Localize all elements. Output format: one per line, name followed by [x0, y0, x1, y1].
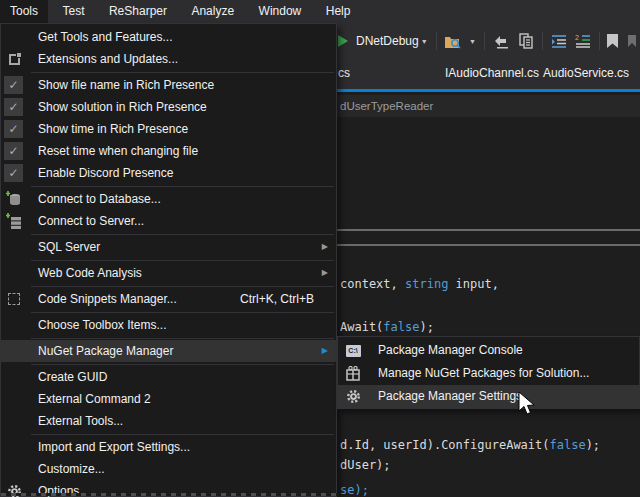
menu-clipped-edge — [1, 493, 338, 496]
menu-item-nuget-package-manager[interactable]: NuGet Package Manager▶ — [1, 340, 336, 362]
submenu-item-label: Package Manager Settings — [378, 389, 522, 403]
indent-icon — [551, 34, 567, 48]
submenu-item-label: Manage NuGet Packages for Solution... — [378, 366, 589, 380]
menu-separator — [31, 434, 334, 435]
menu-item-label: Extensions and Updates... — [38, 52, 178, 66]
menu-separator — [31, 364, 334, 365]
menu-item-label: Code Snippets Manager... — [38, 292, 177, 306]
code-line: Await(false); — [340, 320, 434, 334]
editor-divider-line — [337, 244, 640, 246]
menu-item-label: Choose Toolbox Items... — [38, 318, 167, 332]
main-menu-bar: Tools Test ReSharper Analyze Window Help — [0, 0, 640, 23]
menu-item-external-tools[interactable]: External Tools... — [1, 410, 336, 432]
menu-item-label: Show file name in Rich Presence — [38, 78, 214, 92]
menu-item-show-file-name[interactable]: ✓Show file name in Rich Presence — [1, 74, 336, 96]
menu-item-choose-toolbox-items[interactable]: Choose Toolbox Items... — [1, 314, 336, 336]
submenu-item-package-manager-console[interactable]: C:\ Package Manager Console — [338, 339, 639, 362]
submenu-arrow-icon: ▶ — [322, 236, 328, 258]
menu-item-enable-discord-presence[interactable]: ✓Enable Discord Presence — [1, 162, 336, 184]
toolbar-overflow-chevron-icon[interactable]: ▼ — [469, 38, 476, 45]
code-line: dUser); — [340, 458, 391, 472]
server-icon — [5, 212, 23, 230]
console-icon: C:\ — [344, 342, 362, 359]
breadcrumb[interactable]: dUserTypeReader — [337, 95, 640, 117]
menubar-window[interactable]: Window — [249, 0, 312, 23]
bookmark-next-icon — [626, 34, 640, 48]
start-debug-button[interactable] — [338, 35, 348, 47]
document-lines-button[interactable] — [518, 33, 534, 49]
check-icon: ✓ — [4, 142, 23, 160]
menubar-test[interactable]: Test — [52, 0, 94, 23]
tab-iaudiochannel[interactable]: IAudioChannel.cs — [445, 66, 539, 80]
svg-text:2: 2 — [575, 34, 579, 41]
bookmark-icon — [607, 34, 618, 48]
solution-config-dropdown[interactable]: DNetDebug ▼ — [356, 34, 428, 48]
menu-item-show-time[interactable]: ✓Show time in Rich Presence — [1, 118, 336, 140]
menu-item-label: Get Tools and Features... — [38, 30, 173, 44]
navigate-backward-icon — [492, 34, 510, 49]
indent-alt-button[interactable]: 2 — [575, 34, 591, 48]
check-icon: ✓ — [4, 164, 23, 182]
menu-item-web-code-analysis[interactable]: Web Code Analysis▶ — [1, 262, 336, 284]
search-folder-button[interactable] — [444, 34, 461, 49]
menu-item-create-guid[interactable]: Create GUID — [1, 366, 336, 388]
check-icon: ✓ — [4, 120, 23, 138]
indent-button[interactable] — [551, 34, 567, 48]
tab-audioservice[interactable]: AudioService.cs — [543, 66, 629, 80]
menu-separator — [31, 234, 334, 235]
menu-item-code-snippets-manager[interactable]: Code Snippets Manager... Ctrl+K, Ctrl+B — [1, 288, 336, 310]
submenu-arrow-icon: ▶ — [322, 340, 328, 362]
menu-item-external-command-2[interactable]: External Command 2 — [1, 388, 336, 410]
menu-item-label: Show time in Rich Presence — [38, 122, 188, 136]
code-line: context, string input, — [340, 277, 499, 291]
bookmark-button[interactable] — [607, 34, 618, 48]
menu-item-label: Web Code Analysis — [38, 266, 142, 280]
package-icon — [344, 365, 362, 382]
menu-item-connect-to-server[interactable]: Connect to Server... — [1, 210, 336, 232]
nuget-package-manager-submenu: C:\ Package Manager Console Manage NuGet… — [337, 336, 640, 409]
chevron-down-icon: ▼ — [421, 38, 428, 45]
menu-item-label: Connect to Database... — [38, 192, 161, 206]
document-lines-icon — [518, 33, 534, 49]
menu-item-shortcut: Ctrl+K, Ctrl+B — [240, 288, 314, 310]
vs-window: context, string input, Await(false); d.I… — [0, 0, 640, 497]
breadcrumb-text: dUserTypeReader — [340, 100, 433, 112]
menu-separator — [31, 186, 334, 187]
menu-separator — [31, 286, 334, 287]
menu-item-customize[interactable]: Customize... — [1, 458, 336, 480]
submenu-item-label: Package Manager Console — [378, 343, 523, 357]
gear-icon — [344, 388, 362, 405]
menu-item-label: External Tools... — [38, 414, 123, 428]
submenu-item-manage-nuget-packages[interactable]: Manage NuGet Packages for Solution... — [338, 362, 639, 385]
snippets-icon — [5, 290, 23, 308]
menu-separator — [31, 338, 334, 339]
menu-item-label: Create GUID — [38, 370, 107, 384]
menubar-help[interactable]: Help — [316, 0, 361, 23]
play-icon — [338, 35, 348, 47]
menu-item-label: Show solution in Rich Presence — [38, 100, 207, 114]
menu-item-get-tools-and-features[interactable]: Get Tools and Features... — [1, 26, 336, 48]
menu-item-extensions-and-updates[interactable]: Extensions and Updates... — [1, 48, 336, 70]
submenu-item-package-manager-settings[interactable]: Package Manager Settings — [338, 385, 639, 408]
menu-item-label: External Command 2 — [38, 392, 151, 406]
menubar-analyze[interactable]: Analyze — [181, 0, 244, 23]
search-folder-icon — [444, 34, 461, 49]
menubar-resharper[interactable]: ReSharper — [99, 0, 177, 23]
database-icon — [5, 190, 23, 208]
menu-item-label: Enable Discord Presence — [38, 166, 173, 180]
navigate-backward-button[interactable] — [492, 34, 510, 49]
menu-item-connect-to-database[interactable]: Connect to Database... — [1, 188, 336, 210]
menu-item-show-solution[interactable]: ✓Show solution in Rich Presence — [1, 96, 336, 118]
menubar-tools[interactable]: Tools — [0, 0, 48, 23]
menu-separator — [31, 312, 334, 313]
menu-item-label: Customize... — [38, 462, 105, 476]
check-icon: ✓ — [4, 76, 23, 94]
menu-item-sql-server[interactable]: SQL Server▶ — [1, 236, 336, 258]
menu-item-label: NuGet Package Manager — [38, 344, 173, 358]
menu-item-reset-time[interactable]: ✓Reset time when changing file — [1, 140, 336, 162]
menu-item-import-export-settings[interactable]: Import and Export Settings... — [1, 436, 336, 458]
tab-partial[interactable]: cs — [338, 66, 350, 80]
config-dropdown-label: DNetDebug — [356, 34, 419, 48]
bookmark-next-button[interactable] — [626, 34, 640, 48]
submenu-arrow-icon: ▶ — [322, 262, 328, 284]
